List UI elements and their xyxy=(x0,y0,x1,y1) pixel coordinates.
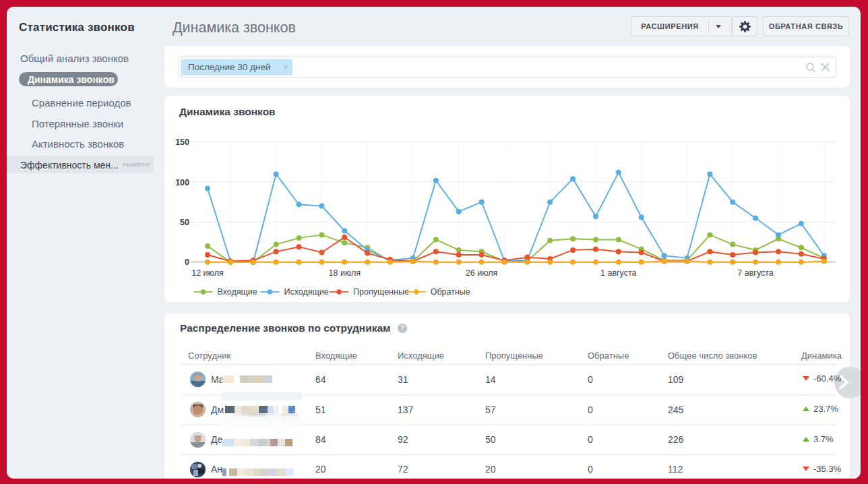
svg-text:0: 0 xyxy=(185,258,189,267)
svg-text:50: 50 xyxy=(180,218,189,227)
svg-text:Обратные: Обратные xyxy=(431,287,470,297)
svg-text:Пропущенные: Пропущенные xyxy=(353,287,409,297)
svg-text:12 июля: 12 июля xyxy=(191,268,224,278)
svg-text:150: 150 xyxy=(175,138,189,147)
svg-text:26 июля: 26 июля xyxy=(466,268,498,278)
svg-text:100: 100 xyxy=(175,178,189,187)
svg-text:7 августа: 7 августа xyxy=(737,268,774,278)
svg-text:18 июля: 18 июля xyxy=(329,268,361,278)
svg-text:Исходящие: Исходящие xyxy=(284,287,328,297)
svg-text:1 августа: 1 августа xyxy=(600,268,637,278)
svg-text:Входящие: Входящие xyxy=(218,287,257,297)
